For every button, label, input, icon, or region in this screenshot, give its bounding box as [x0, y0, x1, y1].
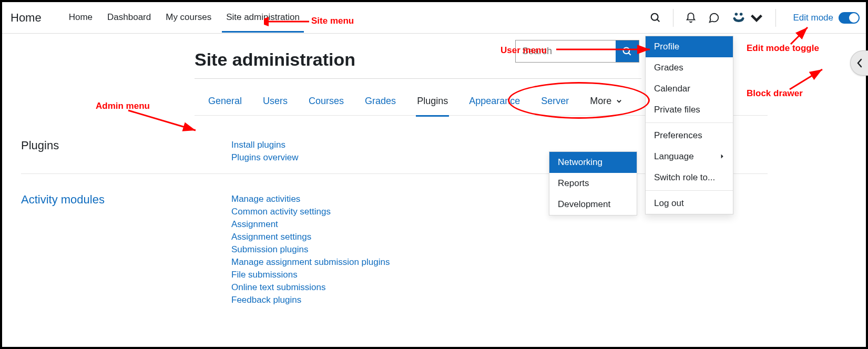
more-dropdown: Networking Reports Development	[549, 151, 637, 215]
nav-my-courses[interactable]: My courses	[161, 3, 216, 33]
tab-plugins[interactable]: Plugins	[416, 89, 449, 117]
svg-line-5	[629, 53, 631, 55]
search-input[interactable]	[516, 40, 616, 62]
user-item-grades[interactable]: Grades	[646, 57, 733, 78]
tab-courses[interactable]: Courses	[308, 89, 345, 117]
title-divider	[195, 78, 641, 79]
section-heading-activity-modules[interactable]: Activity modules	[21, 193, 105, 206]
user-item-language[interactable]: Language	[646, 146, 733, 167]
link-submission-plugins[interactable]: Submission plugins	[231, 244, 308, 254]
chevron-down-icon	[749, 11, 764, 25]
user-dropdown: Profile Grades Calendar Private files Pr…	[645, 36, 733, 214]
link-plugins-overview[interactable]: Plugins overview	[231, 152, 299, 162]
user-menu-divider-2	[646, 190, 733, 191]
user-avatar-button[interactable]	[731, 11, 764, 25]
tab-server[interactable]: Server	[540, 89, 570, 117]
admin-subnav: General Users Courses Grades Plugins App…	[207, 89, 847, 117]
toolbar-divider	[673, 9, 673, 27]
tab-grades[interactable]: Grades	[364, 89, 397, 117]
user-menu-divider-1	[646, 122, 733, 123]
more-item-reports[interactable]: Reports	[549, 173, 637, 194]
link-install-plugins[interactable]: Install plugins	[231, 140, 285, 150]
svg-point-0	[651, 13, 658, 20]
top-navbar: Home Home Dashboard My courses Site admi…	[2, 2, 866, 34]
svg-point-3	[740, 13, 743, 16]
edit-mode-control: Edit mode	[793, 12, 860, 24]
link-manage-assignment-submission-plugins[interactable]: Manage assignment submission plugins	[231, 257, 390, 267]
user-item-calendar[interactable]: Calendar	[646, 78, 733, 99]
plugins-links: Install plugins Plugins overview	[231, 139, 299, 164]
edit-mode-label: Edit mode	[793, 13, 833, 23]
nav-site-administration[interactable]: Site administration	[222, 3, 304, 33]
svg-point-2	[735, 13, 738, 16]
user-item-preferences[interactable]: Preferences	[646, 125, 733, 146]
tab-more-label: More	[590, 96, 611, 106]
link-file-submissions[interactable]: File submissions	[231, 270, 298, 280]
user-item-profile[interactable]: Profile	[646, 36, 733, 57]
page-body: Site administration General Users Course…	[2, 34, 866, 306]
svg-point-4	[624, 47, 630, 54]
section-heading-plugins: Plugins	[21, 139, 231, 164]
search-icon[interactable]	[650, 12, 661, 24]
search-button[interactable]	[616, 40, 639, 62]
link-feedback-plugins[interactable]: Feedback plugins	[231, 295, 301, 305]
tab-general[interactable]: General	[207, 89, 243, 117]
edit-mode-toggle[interactable]	[839, 12, 860, 24]
user-item-log-out[interactable]: Log out	[646, 193, 733, 214]
primary-nav: Home Dashboard My courses Site administr…	[65, 3, 650, 33]
tab-more[interactable]: More	[589, 89, 623, 117]
more-item-development[interactable]: Development	[549, 194, 637, 215]
chevron-right-icon	[720, 151, 724, 162]
activity-modules-links: Manage activities Common activity settin…	[231, 193, 390, 306]
chevron-down-icon	[616, 96, 622, 106]
more-item-networking[interactable]: Networking	[549, 152, 637, 173]
link-assignment-settings[interactable]: Assignment settings	[231, 232, 311, 242]
bell-icon[interactable]	[685, 12, 697, 24]
link-online-text-submissions[interactable]: Online text submissions	[231, 282, 326, 292]
smile-avatar-icon	[731, 11, 746, 25]
link-manage-activities[interactable]: Manage activities	[231, 194, 300, 204]
tab-users[interactable]: Users	[262, 89, 289, 117]
brand-title: Home	[8, 11, 44, 25]
nav-dashboard[interactable]: Dashboard	[103, 3, 155, 33]
user-item-language-label: Language	[654, 151, 694, 162]
user-item-private-files[interactable]: Private files	[646, 99, 733, 120]
svg-line-1	[657, 19, 660, 22]
tab-appearance[interactable]: Appearance	[468, 89, 521, 117]
user-item-switch-role[interactable]: Switch role to...	[646, 167, 733, 188]
link-assignment[interactable]: Assignment	[231, 219, 278, 229]
link-common-activity-settings[interactable]: Common activity settings	[231, 207, 331, 217]
topbar-icon-group: Edit mode	[650, 9, 860, 27]
search-icon	[622, 46, 632, 57]
nav-home[interactable]: Home	[65, 3, 97, 33]
toolbar-divider-2	[775, 9, 776, 27]
messages-icon[interactable]	[708, 12, 720, 24]
admin-search	[515, 40, 639, 63]
